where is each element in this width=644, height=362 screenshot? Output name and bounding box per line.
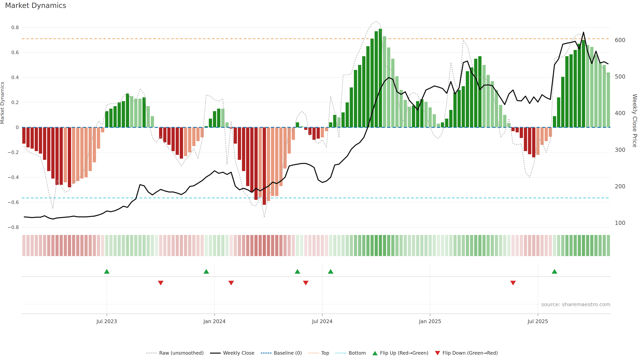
dynamics-bar — [578, 44, 581, 127]
dynamics-bar — [68, 127, 71, 187]
dynamics-bar — [296, 122, 299, 127]
heatmap-cell — [449, 235, 452, 256]
dynamics-bar — [72, 127, 75, 184]
heatmap-cell — [221, 235, 224, 256]
heatmap-cell — [238, 235, 241, 256]
left-tick-label: 0.6 — [11, 50, 19, 55]
heatmap-cell — [350, 235, 353, 256]
heatmap-cell — [101, 235, 104, 256]
heatmap-cell — [122, 235, 125, 256]
heatmap-cell — [308, 235, 312, 256]
dynamics-bar — [242, 127, 245, 171]
left-tick-label: 0 — [16, 125, 19, 130]
right-axis-title: Weekly Close Price — [632, 94, 638, 147]
heatmap-cell — [520, 235, 523, 256]
dynamics-bar — [130, 96, 133, 127]
heatmap-cell — [416, 235, 419, 256]
legend-label: Baseline (0) — [274, 350, 302, 356]
dynamics-bar — [51, 127, 54, 178]
dynamics-bar — [184, 127, 187, 156]
dynamics-bar — [88, 127, 92, 171]
dynamics-bar — [366, 46, 370, 127]
heatmap-cell — [172, 235, 175, 256]
dynamics-bar — [213, 111, 216, 127]
heatmap-cell — [97, 235, 100, 256]
dynamics-bar — [553, 116, 556, 127]
dynamics-bar — [478, 56, 482, 127]
heatmap-cell — [557, 235, 560, 256]
heatmap-cell — [163, 235, 166, 256]
flip-up-marker — [295, 269, 300, 274]
heatmap-cell — [454, 235, 457, 256]
dynamics-bar — [582, 40, 585, 128]
dynamics-bar — [246, 127, 250, 186]
left-tick-label: −0.8 — [8, 225, 19, 230]
dynamics-bar — [180, 127, 183, 159]
heatmap-cell — [105, 235, 108, 256]
dynamics-bar — [26, 127, 30, 147]
heatmap-cell — [486, 235, 490, 256]
heatmap-cell — [379, 235, 382, 256]
heatmap-cell — [387, 235, 390, 256]
right-axis-ticks: 600500400300200100 — [615, 37, 626, 226]
dynamics-bar — [126, 94, 129, 127]
heatmap-cell — [234, 235, 237, 256]
heatmap-cell — [126, 235, 129, 256]
heatmap-cell — [167, 235, 170, 256]
heatmap-cell — [230, 235, 233, 256]
dynamics-bar — [209, 119, 212, 127]
dynamics-bar — [196, 127, 200, 141]
heatmap-cell — [246, 235, 250, 256]
dynamics-bar — [292, 127, 295, 140]
heatmap-cell — [84, 235, 88, 256]
flip-down-marker — [158, 281, 164, 285]
legend-item: Baseline (0) — [261, 350, 302, 356]
dynamics-bar — [565, 56, 568, 127]
heatmap-cell — [88, 235, 92, 256]
legend-item: Top — [308, 350, 329, 356]
heatmap-strip — [22, 235, 610, 256]
dynamics-bar — [474, 59, 477, 127]
dynamics-bar — [172, 127, 175, 151]
heatmap-cell — [321, 235, 324, 256]
heatmap-cell — [586, 235, 589, 256]
dynamics-bar — [134, 99, 137, 127]
dynamics-bar — [43, 127, 46, 160]
legend-item: Raw (unsmoothed) — [146, 350, 204, 356]
heatmap-cell — [342, 235, 345, 256]
heatmap-cell — [366, 235, 370, 256]
dynamics-bar — [221, 109, 224, 127]
dynamics-bar — [433, 114, 436, 127]
heatmap-cell — [192, 235, 196, 256]
heatmap-cell — [226, 235, 228, 256]
dynamics-bar — [321, 127, 324, 137]
dynamics-bar — [217, 109, 220, 127]
dynamics-bar — [470, 67, 473, 127]
heatmap-cell — [254, 235, 258, 256]
heatmap-cell — [594, 235, 598, 256]
dynamics-bar — [167, 127, 170, 145]
dotted-line-swatch-icon — [308, 353, 319, 354]
heatmap-cell — [184, 235, 187, 256]
heatmap-cell — [242, 235, 245, 256]
legend-label: Flip Down (Green→Red) — [442, 350, 498, 356]
heatmap-cell — [250, 235, 254, 256]
dynamics-bar — [391, 59, 394, 127]
legend-label: Bottom — [349, 350, 366, 356]
heatmap-cell — [404, 235, 407, 256]
heatmap-cell — [325, 235, 328, 256]
dynamics-bar — [561, 77, 564, 127]
dynamics-bar — [30, 127, 34, 149]
dynamics-bar — [570, 54, 573, 127]
heatmap-cell — [433, 235, 436, 256]
dynamics-bar — [412, 106, 415, 127]
solid-line-swatch-icon — [210, 353, 221, 354]
x-tick-label: Jul 2025 — [527, 319, 548, 324]
heatmap-cell — [205, 235, 208, 256]
dynamics-bar — [342, 112, 345, 127]
flip-up-marker — [204, 269, 209, 274]
heatmap-cell — [536, 235, 540, 256]
dotted-line-swatch-icon — [336, 353, 346, 354]
dynamics-bar — [146, 106, 150, 127]
heatmap-cell — [138, 235, 142, 256]
